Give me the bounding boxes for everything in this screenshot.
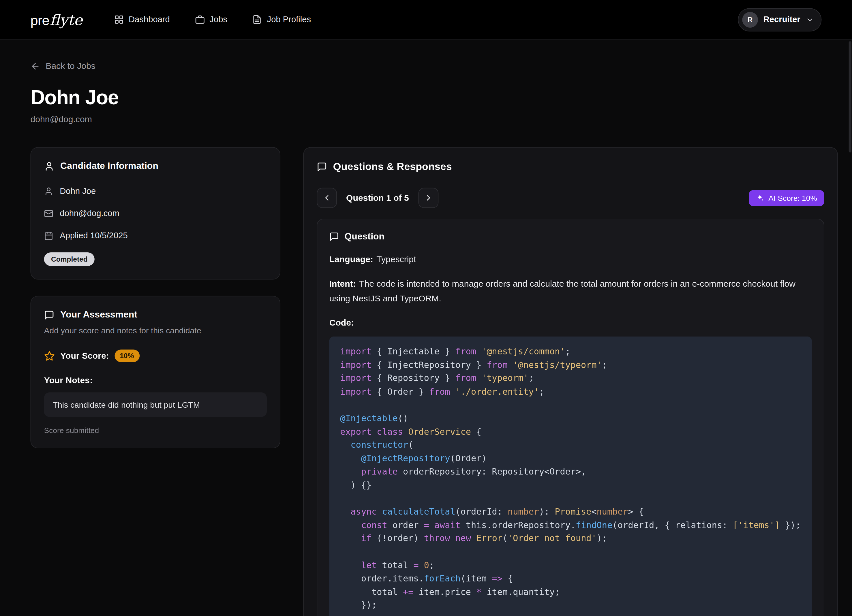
candidate-info-card: Candidate Information Dohn Joe dohn@dog.…: [30, 147, 280, 280]
question-header: Question: [329, 231, 812, 242]
user-menu-button[interactable]: R Recruiter: [738, 8, 822, 31]
code-line: @Injectable(): [340, 412, 801, 425]
nav-item-label: Job Profiles: [267, 15, 311, 24]
back-to-jobs-link[interactable]: Back to Jobs: [30, 61, 95, 71]
nav-menu: Dashboard Jobs Job Profiles: [114, 15, 311, 24]
code-line: import { Order } from './order.entity';: [340, 385, 801, 399]
score-row: Your Score: 10%: [44, 349, 267, 362]
candidate-applied-date: Applied 10/5/2025: [60, 231, 127, 241]
nav-item-label: Jobs: [209, 15, 227, 24]
message-square-icon: [329, 232, 339, 241]
candidate-name-row: Dohn Joe: [44, 186, 267, 196]
notes-label: Your Notes:: [44, 376, 267, 386]
nav-item-dashboard[interactable]: Dashboard: [114, 15, 170, 24]
code-line: [340, 492, 801, 505]
code-line: total += item.price * item.quantity;: [340, 586, 801, 599]
card-title: Your Assessment: [60, 309, 137, 321]
message-square-icon: [44, 310, 54, 320]
top-navbar: pre flyte Dashboard Jobs Job Profiles R …: [0, 0, 852, 40]
code-label: Code:: [329, 318, 354, 327]
ai-score-badge: AI Score: 10%: [749, 190, 824, 206]
left-column: Candidate Information Dohn Joe dohn@dog.…: [30, 147, 280, 449]
question-card: Question Language:Typescript Intent:The …: [317, 219, 824, 616]
chevron-right-icon: [424, 193, 433, 203]
code-line: order.items.forEach(item => {: [340, 572, 801, 586]
page-subtitle: dohn@dog.com: [30, 114, 822, 125]
question-title: Question: [344, 231, 384, 242]
score-badge: 10%: [115, 349, 140, 362]
questions-responses-card: Questions & Responses Question 1 of 5 AI…: [303, 147, 838, 616]
user-icon: [44, 187, 53, 196]
main-content: Back to Jobs Dohn Joe dohn@dog.com Candi…: [0, 40, 852, 616]
previous-question-button[interactable]: [317, 188, 337, 208]
code-line: constructor(: [340, 438, 801, 452]
score-label: Your Score:: [60, 351, 109, 361]
code-line: export class OrderService {: [340, 425, 801, 438]
briefcase-icon: [195, 15, 204, 24]
brand-logo[interactable]: pre flyte: [30, 11, 82, 28]
intent-label: Intent:: [329, 279, 356, 288]
back-link-label: Back to Jobs: [45, 61, 95, 71]
status-badge: Completed: [44, 252, 95, 266]
score-submitted-text: Score submitted: [44, 426, 267, 435]
candidate-email: dohn@dog.com: [60, 208, 119, 218]
candidate-email-row: dohn@dog.com: [44, 208, 267, 218]
candidate-applied-row: Applied 10/5/2025: [44, 231, 267, 241]
sparkles-icon: [756, 194, 764, 202]
code-label-line: Code:: [329, 315, 812, 330]
assessment-subtitle: Add your score and notes for this candid…: [44, 325, 267, 335]
card-title: Questions & Responses: [333, 161, 452, 173]
app-window: pre flyte Dashboard Jobs Job Profiles R …: [0, 0, 852, 616]
code-line: import { Repository } from 'typeorm';: [340, 372, 801, 385]
intent-value: The code is intended to manage orders an…: [329, 279, 796, 303]
code-line: const order = await this.orderRepository…: [340, 519, 801, 532]
chevron-down-icon: [806, 15, 814, 24]
code-line: async calculateTotal(orderId: number): P…: [340, 505, 801, 519]
code-line: if (!order) throw new Error('Order not f…: [340, 532, 801, 545]
ai-score-label: AI Score: 10%: [768, 194, 817, 202]
language-line: Language:Typescript: [329, 252, 812, 267]
nav-item-jobs[interactable]: Jobs: [195, 15, 227, 24]
next-question-button[interactable]: [418, 188, 438, 208]
code-line: });: [340, 599, 801, 612]
candidate-info-header: Candidate Information: [44, 161, 267, 172]
arrow-left-icon: [30, 61, 40, 71]
nav-item-job-profiles[interactable]: Job Profiles: [252, 15, 311, 24]
notes-input[interactable]: This candidate did nothing but put LGTM: [44, 392, 267, 417]
language-value: Typescript: [376, 255, 416, 264]
code-line: ) {}: [340, 479, 801, 492]
content-grid: Candidate Information Dohn Joe dohn@dog.…: [30, 147, 822, 616]
file-text-icon: [252, 15, 262, 24]
brand-logo-flyte: flyte: [50, 11, 83, 28]
mail-icon: [44, 209, 53, 218]
page-title: Dohn Joe: [30, 86, 822, 109]
avatar: R: [742, 12, 758, 28]
dashboard-grid-icon: [114, 15, 124, 24]
code-line: import { InjectRepository } from '@nestj…: [340, 358, 801, 372]
question-pager: Question 1 of 5 AI Score: 10%: [317, 188, 824, 208]
pager-label: Question 1 of 5: [346, 193, 409, 203]
nav-item-label: Dashboard: [128, 15, 170, 24]
language-label: Language:: [329, 255, 373, 264]
intent-line: Intent:The code is intended to manage or…: [329, 276, 812, 306]
message-square-icon: [317, 161, 327, 172]
candidate-info-rows: Dohn Joe dohn@dog.com Applied 10/5/2025: [44, 186, 267, 240]
questions-responses-header: Questions & Responses: [317, 161, 824, 173]
code-block[interactable]: import { Injectable } from '@nestjs/comm…: [329, 336, 812, 616]
user-icon: [44, 161, 54, 172]
chevron-left-icon: [322, 193, 331, 203]
code-line: import { Injectable } from '@nestjs/comm…: [340, 345, 801, 358]
user-role-label: Recruiter: [763, 15, 801, 24]
calendar-icon: [44, 231, 53, 240]
scrollbar-thumb[interactable]: [849, 41, 851, 152]
assessment-card: Your Assessment Add your score and notes…: [30, 296, 280, 448]
code-line: [340, 399, 801, 412]
brand-logo-pre: pre: [30, 12, 49, 28]
code-line: [340, 545, 801, 559]
code-line: let total = 0;: [340, 559, 801, 572]
card-title: Candidate Information: [60, 161, 159, 172]
code-line: private orderRepository: Repository<Orde…: [340, 465, 801, 479]
star-icon: [44, 350, 55, 361]
code-line: @InjectRepository(Order): [340, 452, 801, 465]
candidate-name: Dohn Joe: [60, 186, 96, 196]
